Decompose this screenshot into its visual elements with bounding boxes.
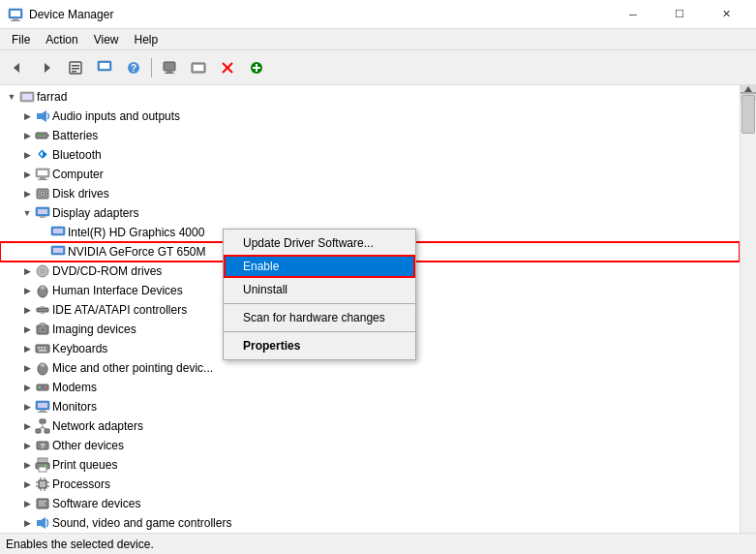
modems-label: Modems xyxy=(52,381,97,394)
toolbar-properties[interactable] xyxy=(62,54,89,81)
svg-rect-51 xyxy=(37,308,48,312)
svg-rect-7 xyxy=(72,65,79,67)
tree-item-computer[interactable]: ▶ Computer xyxy=(0,165,740,184)
computer-icon xyxy=(35,167,50,182)
tree-root[interactable]: ▼ farrad xyxy=(0,87,740,107)
scrollbar[interactable] xyxy=(740,85,756,533)
intel-icon xyxy=(50,225,66,240)
svg-rect-15 xyxy=(166,71,172,73)
print-label: Print queues xyxy=(52,458,117,472)
svg-rect-3 xyxy=(11,20,20,21)
toolbar-help[interactable]: ? xyxy=(120,54,147,81)
display-icon xyxy=(35,205,50,221)
svg-rect-16 xyxy=(165,73,174,74)
svg-rect-82 xyxy=(38,458,47,463)
hid-arrow: ▶ xyxy=(19,283,35,298)
other-arrow: ▶ xyxy=(19,438,35,453)
svg-marker-27 xyxy=(42,110,46,122)
ide-arrow: ▶ xyxy=(19,302,35,318)
tree-item-print[interactable]: ▶ Print queues xyxy=(0,455,740,475)
ctx-scan[interactable]: Scan for hardware changes xyxy=(224,306,415,329)
svg-rect-97 xyxy=(39,501,46,502)
tree-item-software[interactable]: ▶ Software devices xyxy=(0,494,740,513)
mice-label: Mice and other pointing devic... xyxy=(52,361,213,375)
tree-item-bluetooth[interactable]: ▶ Bluetooth xyxy=(0,145,740,165)
nvidia-icon xyxy=(50,244,66,260)
menu-view[interactable]: View xyxy=(86,31,127,48)
menu-action[interactable]: Action xyxy=(38,31,85,48)
close-button[interactable]: ✕ xyxy=(704,0,748,29)
ctx-separator-1 xyxy=(224,303,415,304)
svg-rect-98 xyxy=(39,503,45,504)
software-icon xyxy=(35,496,50,511)
window-title: Device Manager xyxy=(29,8,611,21)
svg-rect-32 xyxy=(38,170,47,175)
svg-rect-25 xyxy=(22,94,32,100)
scroll-thumb[interactable] xyxy=(741,95,755,134)
scroll-up[interactable] xyxy=(741,85,756,93)
svg-rect-75 xyxy=(36,429,41,433)
network-icon xyxy=(35,418,50,434)
main-content: ▼ farrad ▶ Audio inputs and outputs xyxy=(0,85,756,533)
toolbar-back[interactable] xyxy=(4,54,31,81)
ctx-separator-2 xyxy=(224,331,415,332)
ctx-uninstall[interactable]: Uninstall xyxy=(224,278,415,301)
toolbar-add[interactable] xyxy=(243,54,270,81)
computer-label: Computer xyxy=(52,168,104,181)
toolbar-update-driver[interactable] xyxy=(91,54,118,81)
toolbar-forward[interactable] xyxy=(33,54,60,81)
dvd-arrow: ▶ xyxy=(19,263,35,279)
svg-rect-1 xyxy=(11,11,20,16)
tree-item-sound[interactable]: ▶ Sound, video and game controllers xyxy=(0,513,740,533)
display-label: Display adapters xyxy=(52,206,138,220)
svg-rect-85 xyxy=(45,465,46,467)
tree-item-disk[interactable]: ▶ Disk drives xyxy=(0,184,740,203)
svg-point-37 xyxy=(42,193,44,195)
disk-label: Disk drives xyxy=(52,187,109,200)
minimize-button[interactable]: ─ xyxy=(611,0,655,29)
processors-arrow: ▶ xyxy=(19,477,35,492)
tree-item-other[interactable]: ▶ ? Other devices xyxy=(0,436,740,455)
tree-item-batteries[interactable]: ▶ Batteries xyxy=(0,126,740,145)
tree-panel[interactable]: ▼ farrad ▶ Audio inputs and outputs xyxy=(0,85,740,533)
app-icon xyxy=(8,7,23,22)
tree-item-display[interactable]: ▼ Display adapters xyxy=(0,203,740,223)
root-arrow: ▼ xyxy=(4,89,19,105)
svg-marker-101 xyxy=(41,517,45,529)
toolbar-remove[interactable] xyxy=(214,54,241,81)
tree-item-audio[interactable]: ▶ Audio inputs and outputs xyxy=(0,107,740,126)
ctx-enable[interactable]: Enable xyxy=(224,255,415,278)
svg-rect-99 xyxy=(39,505,45,506)
audio-label: Audio inputs and outputs xyxy=(52,109,180,123)
tree-item-network[interactable]: ▶ Network adapters xyxy=(0,416,740,436)
svg-point-68 xyxy=(42,386,44,388)
ctx-update-driver[interactable]: Update Driver Software... xyxy=(224,231,415,255)
toolbar-scan[interactable] xyxy=(156,54,183,81)
svg-marker-113 xyxy=(744,86,752,92)
tree-item-monitors[interactable]: ▶ Monitors xyxy=(0,397,740,416)
svg-rect-9 xyxy=(72,71,76,73)
ctx-properties[interactable]: Properties xyxy=(224,334,415,357)
dvd-icon xyxy=(35,263,50,279)
audio-arrow: ▶ xyxy=(19,108,35,124)
tree-item-mice[interactable]: ▶ Mice and other pointing devic... xyxy=(0,358,740,378)
mice-arrow: ▶ xyxy=(19,360,35,376)
toolbar-device-manager[interactable] xyxy=(185,54,212,81)
svg-point-67 xyxy=(39,386,41,388)
maximize-button[interactable]: ☐ xyxy=(657,0,702,29)
svg-rect-72 xyxy=(40,410,45,412)
svg-rect-18 xyxy=(194,65,203,71)
svg-rect-14 xyxy=(164,62,175,71)
keyboards-arrow: ▶ xyxy=(19,341,35,356)
imaging-label: Imaging devices xyxy=(52,323,136,336)
bluetooth-arrow: ▶ xyxy=(19,147,35,163)
menu-file[interactable]: File xyxy=(4,31,38,48)
audio-icon xyxy=(35,108,50,124)
imaging-arrow: ▶ xyxy=(19,322,35,337)
tree-item-modems[interactable]: ▶ Modems xyxy=(0,378,740,397)
tree-item-processors[interactable]: ▶ Processors xyxy=(0,475,740,494)
processors-icon xyxy=(35,477,50,492)
svg-rect-71 xyxy=(38,403,47,408)
status-text: Enables the selected device. xyxy=(6,538,154,551)
menu-help[interactable]: Help xyxy=(127,31,166,48)
